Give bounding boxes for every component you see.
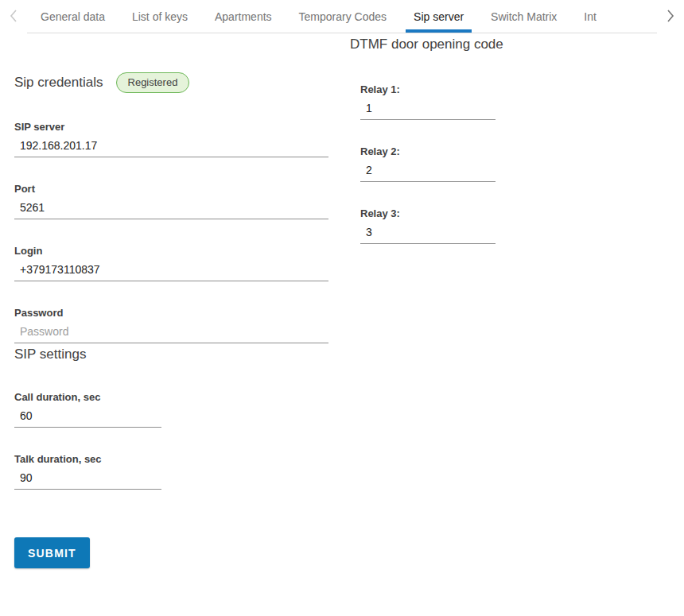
call-duration-input[interactable] (14, 403, 161, 428)
relay-3-input[interactable] (360, 219, 496, 244)
login-input[interactable] (14, 257, 328, 281)
tab-temporary-codes[interactable]: Temporary Codes (286, 0, 401, 33)
tab-int-truncated[interactable]: Int (570, 0, 597, 33)
login-field-group: Login (14, 245, 328, 281)
tab-sip-server[interactable]: Sip server (400, 0, 477, 33)
tab-apartments[interactable]: Apartments (201, 0, 286, 33)
dtmf-section: DTMF door opening code Relay 1: Relay 2:… (350, 33, 517, 244)
sip-server-input[interactable] (14, 133, 328, 157)
talk-duration-label: Talk duration, sec (14, 453, 328, 465)
tab-list-of-keys[interactable]: List of keys (119, 0, 201, 33)
call-duration-field-group: Call duration, sec (14, 391, 328, 428)
relay-fields: Relay 1: Relay 2: Relay 3: (360, 83, 517, 244)
tabs-scroll-left-button[interactable] (0, 0, 27, 33)
relay-1-input[interactable] (360, 95, 496, 120)
relay-2-label: Relay 2: (360, 145, 517, 157)
talk-duration-field-group: Talk duration, sec (14, 453, 328, 490)
sip-credentials-heading-row: Sip credentials Registered (14, 72, 328, 94)
port-label: Port (14, 183, 328, 195)
tab-general-data[interactable]: General data (27, 0, 119, 33)
sip-credentials-section: Sip credentials Registered SIP server Po… (14, 33, 328, 568)
sip-server-label: SIP server (14, 121, 328, 133)
password-label: Password (14, 307, 328, 319)
sip-credentials-title: Sip credentials (14, 72, 103, 94)
password-field-group: Password (14, 307, 328, 343)
chevron-right-icon (667, 10, 674, 25)
tab-bar: General data List of keys Apartments Tem… (0, 0, 684, 33)
relay-2-field-group: Relay 2: (360, 145, 517, 182)
talk-duration-input[interactable] (14, 465, 161, 490)
relay-2-input[interactable] (360, 157, 496, 182)
chevron-left-icon (10, 10, 17, 25)
tabs-scroll-right-button[interactable] (657, 0, 684, 33)
port-field-group: Port (14, 183, 328, 219)
password-input[interactable] (14, 319, 328, 343)
relay-3-field-group: Relay 3: (360, 207, 517, 244)
tab-switch-matrix[interactable]: Switch Matrix (477, 0, 570, 33)
sip-server-page: Sip credentials Registered SIP server Po… (0, 33, 684, 568)
relay-3-label: Relay 3: (360, 207, 517, 219)
registration-status-badge: Registered (116, 72, 190, 93)
sip-server-field-group: SIP server (14, 121, 328, 157)
dtmf-title: DTMF door opening code (350, 33, 505, 56)
login-label: Login (14, 245, 328, 257)
tab-list: General data List of keys Apartments Tem… (27, 0, 657, 33)
call-duration-label: Call duration, sec (14, 391, 328, 403)
relay-1-label: Relay 1: (360, 83, 517, 95)
sip-settings-title: SIP settings (14, 343, 328, 366)
submit-button[interactable]: SUBMIT (14, 537, 90, 568)
port-input[interactable] (14, 195, 328, 219)
relay-1-field-group: Relay 1: (360, 83, 517, 120)
